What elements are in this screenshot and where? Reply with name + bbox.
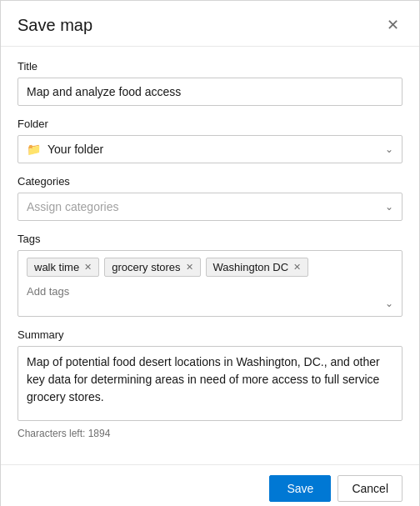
folder-label: Folder [18,118,402,130]
tag-grocery-stores: grocery stores ✕ [104,258,200,277]
dialog-body: Title Folder 📁 Your folder ⌄ Categories … [1,47,419,464]
dialog-header: Save map ✕ [1,1,419,47]
summary-label: Summary [18,328,402,341]
tags-field-group: Tags walk time ✕ grocery stores ✕ Washin… [18,233,402,317]
add-tags-input[interactable] [27,285,393,298]
dialog-footer: Save Cancel [1,464,419,506]
title-input[interactable] [18,78,402,106]
folder-chevron-icon: ⌄ [385,143,393,155]
close-button[interactable]: ✕ [383,14,402,36]
title-label: Title [18,60,402,73]
tags-chevron-icon: ⌄ [385,298,393,309]
save-button[interactable]: Save [269,475,331,502]
tag-grocery-stores-remove[interactable]: ✕ [186,263,193,272]
tags-container[interactable]: walk time ✕ grocery stores ✕ Washington … [18,250,402,317]
title-field-group: Title [18,60,402,106]
folder-select-inner: 📁 Your folder [27,143,103,156]
folder-field-group: Folder 📁 Your folder ⌄ [18,118,402,163]
folder-select[interactable]: 📁 Your folder ⌄ [18,135,402,163]
categories-select[interactable]: Assign categories ⌄ [18,193,402,221]
summary-field-group: Summary Map of potential food desert loc… [18,328,402,439]
categories-placeholder: Assign categories [27,200,119,213]
folder-icon: 📁 [27,143,41,156]
tag-washington-dc-text: Washington DC [213,261,289,273]
tag-walk-time-text: walk time [34,261,79,273]
cancel-button[interactable]: Cancel [338,475,402,502]
tag-grocery-stores-text: grocery stores [112,261,180,273]
tag-walk-time-remove[interactable]: ✕ [84,263,92,272]
categories-chevron-icon: ⌄ [385,201,393,213]
categories-label: Categories [18,175,402,188]
folder-value: Your folder [48,143,103,156]
tags-label: Tags [18,233,402,245]
tag-washington-dc-remove[interactable]: ✕ [293,263,301,272]
save-map-dialog: Save map ✕ Title Folder 📁 Your folder ⌄ … [0,0,420,506]
dialog-title: Save map [18,16,92,35]
char-count: Characters left: 1894 [18,428,402,439]
tags-row: walk time ✕ grocery stores ✕ Washington … [27,258,393,277]
categories-field-group: Categories Assign categories ⌄ [18,175,402,221]
tag-washington-dc: Washington DC ✕ [206,258,309,277]
summary-textarea[interactable]: Map of potential food desert locations i… [18,346,402,421]
tag-walk-time: walk time ✕ [27,258,99,277]
